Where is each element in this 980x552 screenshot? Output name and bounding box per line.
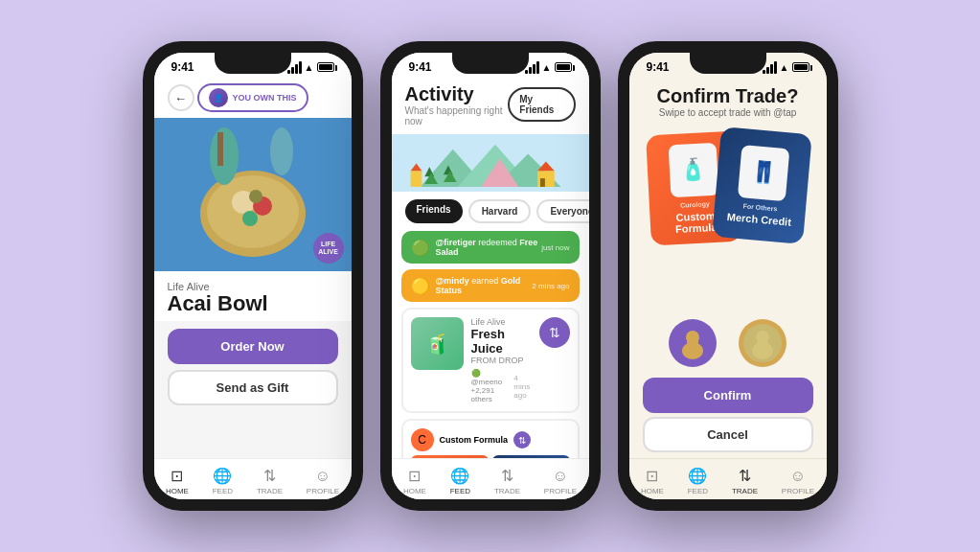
product-card-juice[interactable]: 🧃 Life Alive Fresh Juice FROM DROP 🟢 @me… xyxy=(401,308,580,413)
nav-trade-label-2: TRADE xyxy=(494,487,520,495)
wifi-icon: ▲ xyxy=(305,62,314,73)
want-this-button[interactable]: ⇅ xyxy=(539,317,570,348)
activity-subtitle: What's happening right now xyxy=(405,105,509,126)
nav-feed-label-2: FEED xyxy=(450,487,470,495)
feed-icon-2: 🌐 xyxy=(450,467,469,485)
juice-image: 🧃 xyxy=(411,317,464,370)
feed-content: 🟢 @firetiger redeemed Free Salad just no… xyxy=(392,231,589,458)
product-image: LIFEALIVE xyxy=(154,118,352,271)
nav-feed-2[interactable]: 🌐 FEED xyxy=(450,467,470,495)
confirm-title: Confirm Trade? xyxy=(643,85,813,107)
filter-everyone[interactable]: Everyone xyxy=(536,199,588,223)
nav-trade-2[interactable]: ⇅ TRADE xyxy=(494,467,520,495)
nav-trade-label-3: TRADE xyxy=(732,487,758,495)
juice-name: Fresh Juice xyxy=(471,327,532,356)
trade-icon-small: ⇅ xyxy=(513,431,531,448)
nav-profile-label-3: PROFILE xyxy=(782,487,814,495)
time-3: 9:41 xyxy=(647,60,670,74)
filter-harvard[interactable]: Harvard xyxy=(468,199,532,223)
activity-banner xyxy=(392,134,589,192)
nav-trade-3[interactable]: ⇅ TRADE xyxy=(732,467,758,495)
status-icons-3: ▲ xyxy=(763,61,809,74)
meeno-user: 🟢 @meeno +2,291 others xyxy=(471,369,514,403)
juice-footer: 🟢 @meeno +2,291 others 4 mins ago xyxy=(471,369,532,403)
merch-for-label: For Others xyxy=(742,202,777,212)
back-button[interactable]: ← xyxy=(168,84,194,111)
nav-trade-1[interactable]: ⇅ TRADE xyxy=(257,467,283,495)
order-now-button[interactable]: Order Now xyxy=(168,329,338,364)
feed-icon-3: 🌐 xyxy=(688,467,707,485)
merch-product-img: 👖 xyxy=(737,144,789,200)
send-gift-button[interactable]: Send as Gift xyxy=(168,370,338,405)
phone3-screen: 9:41 ▲ Confirm Trade? Swipe to accept tr… xyxy=(629,53,827,499)
notch-2 xyxy=(452,53,529,74)
juice-users: 🟢 @meeno +2,291 others xyxy=(471,369,514,403)
filter-friends[interactable]: Friends xyxy=(405,199,463,223)
confirm-button[interactable]: Confirm xyxy=(643,378,813,413)
phone-confirm-trade: 9:41 ▲ Confirm Trade? Swipe to accept tr… xyxy=(618,41,838,511)
trade-icon-3: ⇅ xyxy=(739,467,751,485)
nav-home-label: HOME xyxy=(166,487,189,495)
nav-profile-label: PROFILE xyxy=(307,487,339,495)
svg-rect-5 xyxy=(537,171,555,187)
svg-rect-21 xyxy=(757,341,768,345)
activity-item-green: 🟢 @firetiger redeemed Free Salad just no… xyxy=(401,231,580,264)
svg-rect-8 xyxy=(410,171,422,187)
svg-rect-17 xyxy=(687,341,698,345)
feed-icon: 🌐 xyxy=(213,467,232,485)
nav-home-1[interactable]: ⊡ HOME xyxy=(166,467,189,495)
phone-activity-feed: 9:41 ▲ Activity What's happening right n… xyxy=(380,41,601,511)
user-firetiger: @firetiger xyxy=(436,238,476,247)
juice-info: Life Alive Fresh Juice FROM DROP 🟢 @meen… xyxy=(471,317,532,403)
activity-title: Activity xyxy=(405,83,509,105)
confirm-header: Confirm Trade? Swipe to accept trade wit… xyxy=(629,78,827,126)
juice-sub: FROM DROP xyxy=(471,356,532,365)
profile-icon-3: ☺ xyxy=(790,468,806,485)
nav-home-2[interactable]: ⊡ HOME xyxy=(403,467,426,495)
mountain-svg xyxy=(392,135,589,192)
receiver-avatar xyxy=(739,319,786,367)
receiver-avatar-svg xyxy=(743,324,782,362)
nav-profile-2[interactable]: ☺ PROFILE xyxy=(544,468,577,495)
bottom-nav-1: ⊡ HOME 🌐 FEED ⇅ TRADE ☺ PROFILE xyxy=(154,458,352,499)
green-emoji: 🟢 xyxy=(411,239,430,257)
nav-trade-label: TRADE xyxy=(257,487,283,495)
filter-tabs: Friends Harvard Everyone xyxy=(392,192,589,231)
status-icons-2: ▲ xyxy=(525,61,572,74)
nav-profile-3[interactable]: ☺ PROFILE xyxy=(782,468,814,495)
home-icon-3: ⊡ xyxy=(646,467,658,485)
trade-card-bottom[interactable]: C Custom Formula ⇅ Custom Formula Merch … xyxy=(401,419,580,458)
trade-card-header: C Custom Formula ⇅ xyxy=(411,428,570,451)
phones-container: 9:41 ▲ ← 👤 YOU OWN THIS xyxy=(143,41,838,511)
notch xyxy=(215,53,291,74)
nav-feed-1[interactable]: 🌐 FEED xyxy=(213,467,233,495)
home-icon: ⊡ xyxy=(171,467,183,485)
nav-home-3[interactable]: ⊡ HOME xyxy=(641,467,664,495)
time-just-now: just now xyxy=(541,243,569,252)
cancel-button[interactable]: Cancel xyxy=(643,417,813,452)
nav-feed-3[interactable]: 🌐 FEED xyxy=(688,467,708,495)
nav-feed-label: FEED xyxy=(213,487,233,495)
notch-3 xyxy=(690,53,766,74)
merch-main-label: Merch Credit xyxy=(726,210,791,227)
confirm-subtitle: Swipe to accept trade with @tap xyxy=(643,107,813,118)
phone-product-detail: 9:41 ▲ ← 👤 YOU OWN THIS xyxy=(143,41,363,511)
time-2: 9:41 xyxy=(409,60,432,74)
my-friends-button[interactable]: My Friends xyxy=(508,87,575,122)
user-mindy: @mindy xyxy=(436,276,469,286)
nav-profile-1[interactable]: ☺ PROFILE xyxy=(307,468,339,495)
merch-card: 👖 For Others Merch Credit xyxy=(712,126,812,244)
home-icon-2: ⊡ xyxy=(408,467,421,485)
user-avatar: 👤 xyxy=(209,88,228,107)
juice-brand: Life Alive xyxy=(471,317,532,327)
wifi-icon-3: ▲ xyxy=(780,62,789,73)
curology-badge: C xyxy=(411,428,434,451)
bottom-nav-3: ⊡ HOME 🌐 FEED ⇅ TRADE ☺ PROFILE xyxy=(629,458,827,499)
nav-feed-label-3: FEED xyxy=(688,487,708,495)
curology-product-img: 🧴 xyxy=(668,142,718,197)
gold-emoji: 🟡 xyxy=(411,277,430,295)
sender-avatar xyxy=(669,319,717,367)
nav-profile-label-2: PROFILE xyxy=(544,487,577,495)
activity-header: Activity What's happening right now My F… xyxy=(392,78,589,134)
avatars-row xyxy=(629,314,827,372)
